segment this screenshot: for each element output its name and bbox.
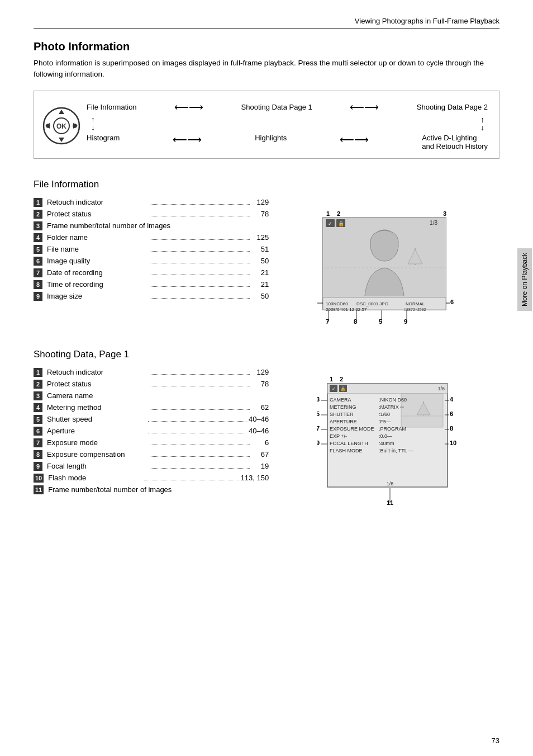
svg-text:100NCD60: 100NCD60 xyxy=(326,301,348,306)
svg-text::NIKON D60: :NIKON D60 xyxy=(379,397,407,403)
list-item: 3Camera name xyxy=(34,391,269,400)
ok-button-icon: OK xyxy=(42,106,81,145)
svg-text:2008/04/01 12:02:57: 2008/04/01 12:02:57 xyxy=(326,307,367,312)
svg-text:4: 4 xyxy=(450,396,454,403)
nav-shooting-2-label: Shooting Data Page 2 xyxy=(417,103,488,111)
svg-text:APERTURE: APERTURE xyxy=(330,419,357,424)
item-label: Frame number/total number of images xyxy=(47,221,269,230)
svg-text:8: 8 xyxy=(450,425,453,432)
shooting-data-1-list: 1Retouch indicator1292Protect status783C… xyxy=(34,368,269,508)
svg-text:EXP +/-: EXP +/- xyxy=(330,433,347,439)
svg-text::0.0—: :0.0— xyxy=(379,433,392,439)
svg-text:2: 2 xyxy=(340,376,343,382)
item-badge: 6 xyxy=(34,257,42,266)
item-badge: 1 xyxy=(34,198,42,207)
svg-text:3: 3 xyxy=(443,210,446,217)
shooting-data-1-svg: ✓ 🔒 1/6 CAMERA :NIKON D60 METERING :MATR… xyxy=(317,374,468,508)
item-label: Retouch indicator xyxy=(47,198,147,206)
list-item: 8Time of recording21 xyxy=(34,280,269,289)
svg-marker-3 xyxy=(59,110,64,114)
svg-text:OK: OK xyxy=(56,122,66,130)
nav-file-info-label: File Information xyxy=(87,103,137,111)
list-item: 10Flash mode113, 150 xyxy=(34,474,269,483)
svg-text::40mm: :40mm xyxy=(379,441,394,446)
page-header: Viewing Photographs in Full-Frame Playba… xyxy=(34,17,499,29)
item-badge: 9 xyxy=(34,292,42,301)
list-item: 9Image size50 xyxy=(34,292,269,301)
item-badge: 9 xyxy=(34,462,42,471)
item-label: Exposure compensation xyxy=(47,450,147,459)
svg-text:2: 2 xyxy=(337,210,340,217)
svg-text:METERING: METERING xyxy=(330,404,356,410)
item-badge: 7 xyxy=(34,268,42,277)
svg-text:NORMAL: NORMAL xyxy=(406,301,425,306)
item-label: Protect status xyxy=(47,380,147,388)
list-item: 6Image quality50 xyxy=(34,257,269,266)
svg-text:FLASH MODE: FLASH MODE xyxy=(330,448,363,453)
svg-text:3: 3 xyxy=(317,396,320,403)
nav-diagram-content: File Information ⟵⟶ Shooting Data Page 1… xyxy=(87,101,488,150)
item-label: Time of recording xyxy=(47,280,147,289)
svg-text:FOCAL LENGTH: FOCAL LENGTH xyxy=(330,441,368,446)
item-label: Focal length xyxy=(47,462,147,470)
item-label: Shutter speed xyxy=(47,415,146,423)
list-item: 7Exposure mode6 xyxy=(34,438,269,447)
svg-text:1/8: 1/8 xyxy=(430,220,437,226)
item-badge: 3 xyxy=(34,221,42,230)
svg-text:✓: ✓ xyxy=(331,386,335,391)
list-item: 6Aperture40–46 xyxy=(34,427,269,436)
svg-text:🔒: 🔒 xyxy=(340,386,346,391)
item-badge: 8 xyxy=(34,450,42,459)
list-item: 1Retouch indicator129 xyxy=(34,368,269,377)
svg-text:9: 9 xyxy=(317,440,320,446)
list-item: 5Shutter speed40–46 xyxy=(34,415,269,424)
list-item: 7Date of recording21 xyxy=(34,268,269,277)
item-badge: 2 xyxy=(34,210,42,219)
item-badge: 1 xyxy=(34,368,42,377)
list-item: 4Metering method62 xyxy=(34,403,269,412)
item-label: Frame number/total number of images xyxy=(48,485,269,494)
item-badge: 11 xyxy=(34,485,44,494)
svg-text:5: 5 xyxy=(317,410,320,417)
photo-info-title: Photo Information xyxy=(34,40,499,53)
svg-text:1: 1 xyxy=(326,210,330,217)
sidebar-label: More on Playback xyxy=(516,196,533,363)
list-item: 1Retouch indicator129 xyxy=(34,198,269,207)
item-label: Camera name xyxy=(47,391,269,400)
svg-text::1/60: :1/60 xyxy=(379,412,390,417)
nav-arrow-2: ⟵⟶ xyxy=(350,101,379,114)
svg-text::F5—: :F5— xyxy=(379,419,391,424)
svg-text:🔒: 🔒 xyxy=(337,220,344,227)
item-label: Aperture xyxy=(47,427,146,435)
svg-text:✓: ✓ xyxy=(328,221,332,226)
file-info-camera-svg: ✓ 🔒 1/8 1 2 3 100NCD60 DSC_0001.JPG NORM… xyxy=(317,204,468,327)
nav-retouch-history-label: and Retouch History xyxy=(422,142,488,150)
svg-text:1/6: 1/6 xyxy=(437,386,445,391)
svg-text::MATRIX: :MATRIX xyxy=(379,404,399,410)
item-label: Flash mode xyxy=(48,474,142,482)
item-label: Image size xyxy=(47,292,147,300)
svg-text:10: 10 xyxy=(450,440,456,446)
svg-text:7: 7 xyxy=(317,425,320,432)
item-badge: 3 xyxy=(34,391,42,400)
item-badge: 7 xyxy=(34,438,42,447)
svg-text:SHUTTER: SHUTTER xyxy=(330,412,354,417)
file-info-section-title: File Information xyxy=(34,179,499,190)
item-label: Date of recording xyxy=(47,268,147,277)
nav-histogram-label: Histogram xyxy=(87,134,120,142)
svg-text:6: 6 xyxy=(450,299,454,305)
shooting-data-1-diagram: ✓ 🔒 1/6 CAMERA :NIKON D60 METERING :MATR… xyxy=(285,368,499,508)
item-label: Metering method xyxy=(47,403,147,412)
item-label: Folder name xyxy=(47,233,147,242)
item-badge: 6 xyxy=(34,427,42,436)
svg-text::Built-in, TTL —: :Built-in, TTL — xyxy=(379,448,413,453)
svg-text:EXPOSURE MODE: EXPOSURE MODE xyxy=(330,426,374,432)
list-item: 5File name51 xyxy=(34,245,269,254)
nav-arrow-1: ⟵⟶ xyxy=(174,101,203,114)
photo-info-intro: Photo information is superimposed on ima… xyxy=(34,58,499,81)
nav-highlights-label: Highlights xyxy=(255,134,287,142)
list-item: 2Protect status78 xyxy=(34,380,269,389)
svg-text:1/6: 1/6 xyxy=(386,481,393,486)
item-badge: 4 xyxy=(34,233,42,242)
svg-text:6: 6 xyxy=(450,410,453,417)
